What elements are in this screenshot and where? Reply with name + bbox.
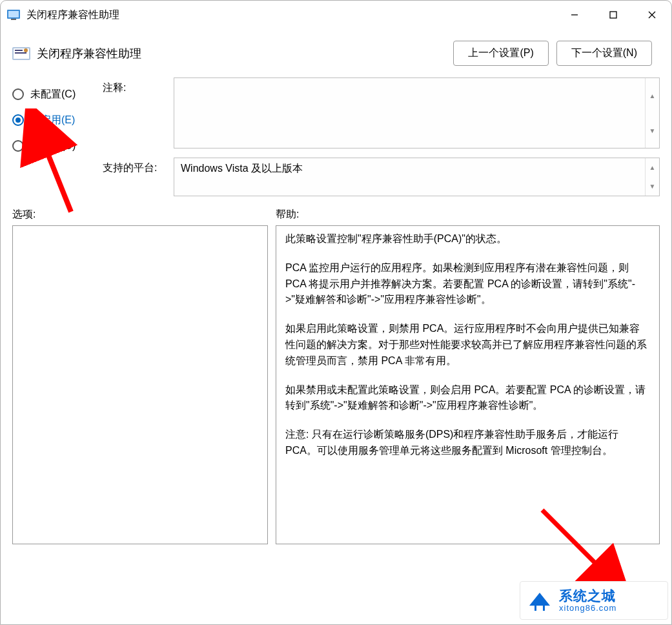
help-panel: 此策略设置控制"程序兼容性助手(PCA)"的状态。 PCA 监控用户运行的应用程…: [276, 225, 660, 544]
supported-platform-box: Windows Vista 及以上版本 ▲ ▼: [174, 158, 660, 196]
header-row: 关闭程序兼容性助理 上一个设置(P) 下一个设置(N): [1, 29, 671, 77]
platform-label: 支持的平台:: [103, 158, 174, 196]
svg-rect-4: [610, 12, 616, 18]
window-controls: [555, 1, 671, 29]
watermark-logo-icon: [525, 586, 554, 615]
radio-label: 已启用(E): [30, 114, 75, 127]
window-title: 关闭程序兼容性助理: [26, 8, 555, 22]
app-icon: [7, 8, 20, 21]
spin-down-button[interactable]: ▼: [646, 113, 659, 148]
radio-enabled[interactable]: 已启用(E): [12, 108, 103, 132]
next-setting-button[interactable]: 下一个设置(N): [556, 41, 652, 66]
close-button[interactable]: [633, 1, 671, 29]
svg-point-11: [24, 48, 28, 52]
watermark-title: 系统之城: [559, 588, 616, 603]
help-paragraph: 注意: 只有在运行诊断策略服务(DPS)和程序兼容性助手服务后，才能运行 PCA…: [285, 427, 650, 459]
watermark-badge: 系统之城 xitong86.com: [520, 581, 668, 620]
watermark-url: xitong86.com: [559, 603, 616, 613]
svg-rect-10: [15, 52, 26, 54]
svg-rect-15: [536, 606, 543, 611]
radio-label: 未配置(C): [30, 88, 76, 101]
radio-not-configured[interactable]: 未配置(C): [12, 83, 103, 106]
spin-up-button[interactable]: ▲: [646, 158, 659, 177]
options-panel: [12, 225, 268, 544]
svg-rect-9: [15, 50, 23, 51]
policy-name: 关闭程序兼容性助理: [37, 46, 453, 61]
maximize-button[interactable]: [594, 1, 633, 29]
svg-rect-1: [8, 11, 19, 17]
radio-label: 已禁用(D): [30, 139, 76, 153]
help-paragraph: 如果启用此策略设置，则禁用 PCA。运行应用程序时不会向用户提供已知兼容性问题的…: [285, 321, 650, 369]
comment-textarea[interactable]: ▲ ▼: [174, 77, 660, 149]
previous-setting-button[interactable]: 上一个设置(P): [453, 41, 548, 66]
platform-value: Windows Vista 及以上版本: [181, 163, 303, 174]
help-paragraph: 此策略设置控制"程序兼容性助手(PCA)"的状态。: [285, 231, 650, 247]
comment-label: 注释:: [103, 77, 174, 149]
dialog-window: 关闭程序兼容性助理: [0, 0, 672, 625]
help-paragraph: 如果禁用或未配置此策略设置，则会启用 PCA。若要配置 PCA 的诊断设置，请转…: [285, 382, 650, 415]
radio-disabled[interactable]: 已禁用(D): [12, 134, 103, 158]
spin-down-button[interactable]: ▼: [646, 177, 659, 196]
titlebar: 关闭程序兼容性助理: [1, 1, 671, 29]
svg-rect-2: [11, 19, 16, 20]
help-paragraph: PCA 监控用户运行的应用程序。如果检测到应用程序有潜在兼容性问题，则 PCA …: [285, 260, 650, 308]
help-label: 帮助:: [276, 208, 660, 221]
policy-icon: [12, 45, 30, 63]
state-radio-group: 未配置(C) 已启用(E) 已禁用(D): [12, 77, 103, 196]
options-label: 选项:: [12, 208, 276, 221]
spin-up-button[interactable]: ▲: [646, 78, 659, 113]
minimize-button[interactable]: [555, 1, 594, 29]
